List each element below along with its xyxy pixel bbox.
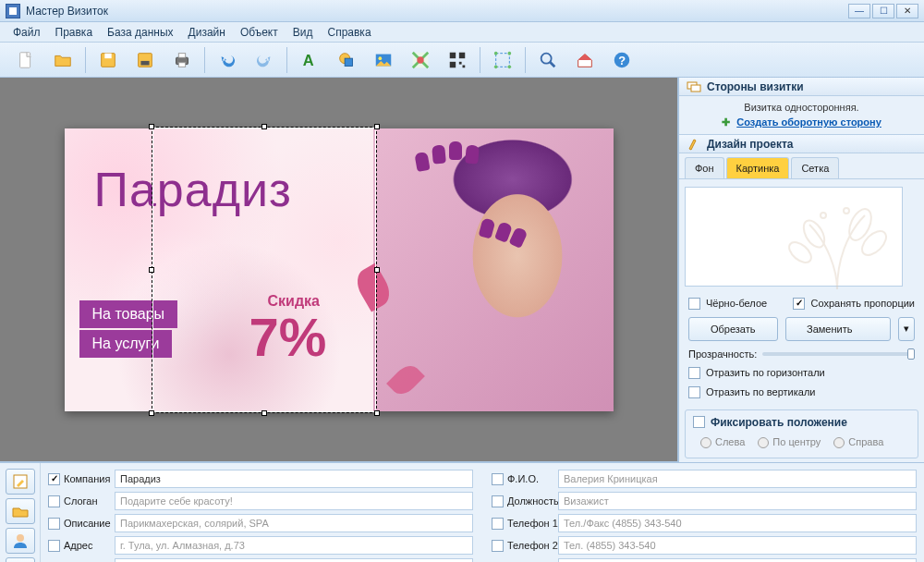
panel-header-design: Дизайн проекта — [679, 135, 924, 153]
svg-rect-20 — [496, 53, 510, 67]
canvas[interactable]: Парадиз На товары На услуги Скидка 7% — [0, 78, 678, 462]
text-tool-button[interactable]: A — [297, 47, 322, 73]
radio-align-right[interactable]: Справа — [833, 436, 883, 448]
sides-icon — [687, 79, 701, 94]
checkbox-slogan[interactable] — [48, 495, 60, 507]
fields-side-buttons: X — [0, 463, 41, 562]
home-button[interactable] — [572, 47, 598, 73]
menu-database[interactable]: База данных — [100, 23, 180, 42]
svg-point-22 — [508, 51, 512, 55]
input-position[interactable] — [558, 492, 917, 510]
checkbox-bw[interactable] — [688, 298, 700, 310]
checkbox-flip-h[interactable] — [688, 367, 700, 379]
menu-edit[interactable]: Правка — [48, 23, 101, 42]
svg-rect-16 — [459, 52, 465, 57]
input-phone2[interactable] — [558, 536, 917, 555]
contacts-button[interactable] — [6, 528, 35, 554]
svg-text:A: A — [303, 52, 314, 68]
checkbox-address[interactable] — [48, 540, 60, 552]
qr-code-button[interactable] — [444, 47, 470, 73]
checkbox-company[interactable] — [48, 473, 60, 485]
svg-rect-7 — [178, 62, 185, 67]
opacity-label: Прозрачность: — [688, 348, 757, 360]
input-slogan[interactable] — [115, 492, 473, 510]
checkbox-keep-ratio[interactable] — [793, 298, 805, 310]
svg-point-36 — [821, 213, 826, 218]
menu-help[interactable]: Справка — [320, 23, 378, 42]
shape-tool-button[interactable] — [334, 47, 359, 73]
app-icon — [6, 4, 20, 18]
save-as-button[interactable] — [132, 47, 158, 73]
checkbox-flip-v[interactable] — [688, 386, 700, 398]
close-button[interactable]: ✕ — [896, 4, 918, 18]
radio-align-center[interactable]: По центру — [758, 436, 821, 448]
map-tool-button[interactable] — [407, 47, 433, 73]
tab-image[interactable]: Картинка — [726, 157, 790, 178]
menu-object[interactable]: Объект — [233, 23, 286, 42]
toolbar-separator — [525, 47, 526, 73]
main-area: Парадиз На товары На услуги Скидка 7% Ст… — [0, 78, 924, 462]
replace-button[interactable]: Заменить — [785, 317, 892, 341]
svg-point-23 — [494, 65, 498, 68]
panel-header-design-label: Дизайн проекта — [707, 138, 794, 151]
menu-file[interactable]: Файл — [6, 23, 48, 42]
export-excel-button[interactable]: X — [6, 557, 35, 562]
save-button[interactable] — [95, 47, 121, 73]
zoom-button[interactable] — [535, 47, 561, 73]
undo-button[interactable] — [214, 47, 240, 73]
help-button[interactable]: ? — [609, 47, 635, 73]
svg-line-26 — [550, 61, 555, 67]
print-button[interactable] — [169, 47, 195, 73]
open-folder-button[interactable] — [50, 47, 76, 73]
minimize-button[interactable]: — — [848, 4, 870, 18]
menu-design[interactable]: Дизайн — [181, 23, 233, 42]
svg-rect-19 — [463, 65, 466, 67]
panel-header-sides: Стороны визитки — [679, 78, 924, 96]
input-phone1[interactable] — [558, 514, 917, 532]
replace-dropdown-arrow[interactable]: ▾ — [898, 317, 915, 341]
design-icon — [687, 137, 701, 152]
toolbar-separator — [85, 47, 86, 73]
panel-header-sides-label: Стороны визитки — [707, 80, 804, 93]
create-back-side-link[interactable]: Создать оборотную сторону — [736, 116, 881, 128]
edit-fields-button[interactable] — [6, 469, 35, 495]
image-tool-button[interactable] — [371, 47, 396, 73]
field-email: E-mail — [492, 557, 917, 562]
tab-grid[interactable]: Сетка — [791, 157, 839, 178]
field-column-right: Ф.И.О. Должность Телефон 1 Телефон 2 E-m… — [492, 469, 917, 562]
svg-rect-15 — [450, 52, 456, 57]
checkbox-phone1[interactable] — [492, 518, 504, 530]
open-db-button[interactable] — [6, 498, 35, 524]
maximize-button[interactable]: ☐ — [872, 4, 894, 18]
checkbox-phone2[interactable] — [492, 540, 504, 552]
input-company[interactable] — [115, 470, 473, 488]
nail-decor — [432, 144, 446, 164]
menu-view[interactable]: Вид — [286, 23, 321, 42]
input-site[interactable] — [115, 558, 473, 562]
svg-point-24 — [508, 65, 512, 68]
crop-button[interactable]: Обрезать — [688, 317, 778, 341]
checkbox-description[interactable] — [48, 518, 60, 530]
field-column-left: Компания Слоган Описание Адрес Сайт Лого… — [48, 469, 473, 562]
selection-marquee[interactable] — [152, 127, 377, 413]
input-email[interactable] — [558, 558, 917, 562]
label-keep-ratio: Сохранять пропорции — [810, 298, 915, 309]
tab-background[interactable]: Фон — [685, 157, 724, 178]
flora-decor-icon — [782, 197, 893, 299]
input-address[interactable] — [115, 536, 473, 555]
field-fio: Ф.И.О. — [492, 469, 917, 489]
input-fio[interactable] — [558, 470, 917, 488]
field-slogan: Слоган — [48, 491, 473, 511]
new-file-button[interactable] — [13, 47, 39, 73]
redo-button[interactable] — [251, 47, 277, 73]
checkbox-fio[interactable] — [492, 473, 504, 485]
radio-align-left[interactable]: Слева — [700, 436, 745, 448]
opacity-slider[interactable] — [762, 352, 915, 356]
checkbox-fix-position[interactable] — [693, 416, 705, 428]
checkbox-position[interactable] — [492, 495, 504, 507]
input-description[interactable] — [115, 514, 473, 532]
selection-tool-button[interactable] — [490, 47, 516, 73]
slider-thumb[interactable] — [907, 348, 915, 360]
svg-point-14 — [417, 56, 423, 63]
toolbar: A ? — [0, 43, 924, 78]
